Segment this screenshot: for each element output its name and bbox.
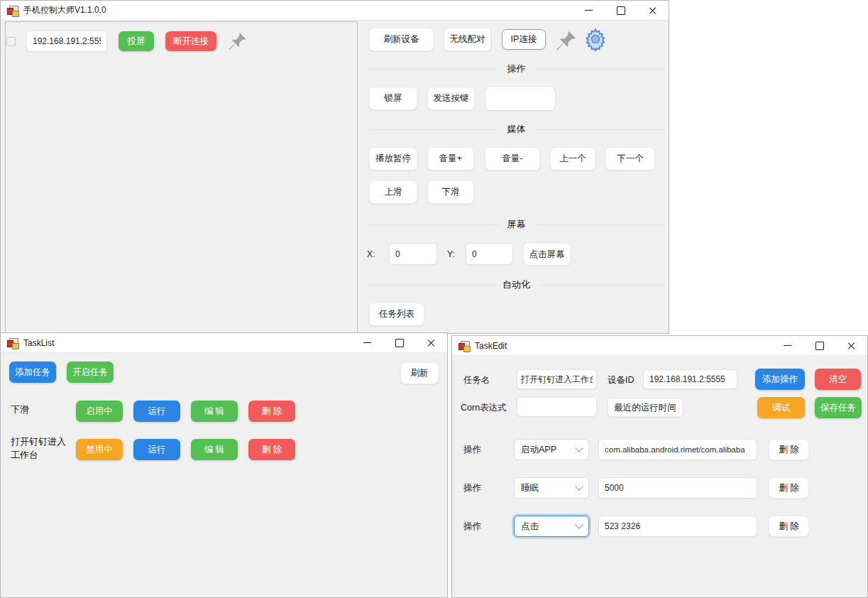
automation-section-divider: 自动化 <box>368 278 664 292</box>
app-icon <box>7 5 18 16</box>
task-name-label: 下滑 <box>11 403 73 416</box>
main-titlebar[interactable]: 手机控制大师V1.1.0.0 <box>1 1 669 21</box>
operation-row-label: 操作 <box>463 482 481 494</box>
maximize-icon <box>815 342 824 350</box>
debug-button[interactable]: 调试 <box>757 397 805 418</box>
minimize-icon <box>585 10 593 11</box>
cast-screen-button[interactable]: 投屏 <box>119 31 154 51</box>
tasklist-window: TaskList 添加任务 开启任务 刷新 下滑 启用中 运行 编 辑 删 除 … <box>0 332 448 598</box>
maximize-button[interactable] <box>803 336 835 355</box>
add-task-button[interactable]: 添加任务 <box>9 361 56 383</box>
device-id-input[interactable] <box>643 369 737 389</box>
chevron-down-icon <box>575 482 583 490</box>
task-list-button[interactable]: 任务列表 <box>369 303 424 326</box>
key-input[interactable] <box>485 86 556 111</box>
screen-section-divider: 屏幕 <box>368 217 664 232</box>
device-ip-input[interactable] <box>26 31 107 52</box>
settings-gear-icon[interactable] <box>583 26 608 52</box>
window-controls <box>573 1 669 20</box>
task-run-button[interactable]: 运行 <box>133 401 180 422</box>
maximize-button[interactable] <box>605 1 637 20</box>
operation-type-select[interactable]: 点击 <box>514 516 589 537</box>
add-operation-button[interactable]: 添加操作 <box>755 369 805 390</box>
operation-type-value: 睡眠 <box>521 482 539 494</box>
chevron-down-icon <box>575 521 583 528</box>
disconnect-button[interactable]: 断开连接 <box>165 31 216 51</box>
chevron-down-icon <box>575 444 583 452</box>
media-volume-up-button[interactable]: 音量+ <box>427 147 474 170</box>
minimize-icon <box>784 345 791 346</box>
device-checkbox[interactable] <box>6 37 16 46</box>
maximize-icon <box>617 6 625 15</box>
minimize-button[interactable] <box>771 336 803 355</box>
automation-section-title: 自动化 <box>502 278 530 291</box>
refresh-devices-button[interactable]: 刷新设备 <box>369 28 434 51</box>
task-name-label: 打开钉钉进入工作台 <box>11 435 73 462</box>
task-state-button[interactable]: 禁用中 <box>76 439 123 460</box>
refresh-button[interactable]: 刷新 <box>400 362 439 384</box>
tasklist-window-title: TaskList <box>23 338 54 348</box>
taskedit-window-title: TaskEdit <box>475 341 507 351</box>
clear-button[interactable]: 清空 <box>815 369 861 390</box>
window-controls <box>771 336 867 355</box>
media-previous-button[interactable]: 上一个 <box>550 147 595 170</box>
wireless-pair-button[interactable]: 无线配对 <box>444 28 491 51</box>
tap-screen-button[interactable]: 点击屏幕 <box>523 243 571 266</box>
minimize-button[interactable] <box>573 1 605 20</box>
operation-arg-input[interactable] <box>598 516 757 537</box>
operation-arg-input[interactable] <box>598 477 757 499</box>
operation-delete-button[interactable]: 删 除 <box>769 439 809 460</box>
last-run-time-button[interactable]: 最近的运行时间 <box>608 398 683 417</box>
swipe-up-button[interactable]: 上滑 <box>369 180 417 204</box>
media-play-pause-button[interactable]: 播放暂停 <box>369 147 417 170</box>
taskedit-titlebar[interactable]: TaskEdit <box>452 336 867 356</box>
operation-delete-button[interactable]: 删 除 <box>769 477 809 499</box>
enable-task-button[interactable]: 开启任务 <box>67 361 114 383</box>
close-icon <box>847 342 856 350</box>
close-button[interactable] <box>637 1 669 20</box>
taskedit-window: TaskEdit 任务名 设备ID 添加操作 清空 Corn表达式 最近的运行时… <box>451 335 868 598</box>
task-delete-button[interactable]: 删 除 <box>248 439 295 460</box>
lock-screen-button[interactable]: 锁屏 <box>369 87 417 110</box>
screen-section-title: 屏幕 <box>507 218 526 231</box>
swipe-down-button[interactable]: 下滑 <box>427 180 474 204</box>
device-panel <box>5 21 358 335</box>
task-name-input[interactable] <box>517 369 597 389</box>
operation-section-title: 操作 <box>507 62 526 75</box>
y-coordinate-input[interactable] <box>466 243 513 265</box>
task-name-field-label: 任务名 <box>463 374 490 386</box>
main-window-title: 手机控制大师V1.1.0.0 <box>23 4 106 16</box>
media-next-button[interactable]: 下一个 <box>605 147 655 170</box>
media-volume-down-button[interactable]: 音量- <box>485 147 540 170</box>
close-button[interactable] <box>415 333 447 352</box>
pin-icon[interactable] <box>553 28 580 53</box>
maximize-icon <box>395 339 404 347</box>
task-edit-button[interactable]: 编 辑 <box>191 401 238 422</box>
operation-type-select[interactable]: 启动APP <box>514 439 589 460</box>
pin-icon[interactable] <box>225 30 251 53</box>
send-key-button[interactable]: 发送按键 <box>427 87 475 110</box>
ip-connect-button[interactable]: IP连接 <box>502 29 546 50</box>
close-icon <box>427 339 436 347</box>
close-button[interactable] <box>835 336 867 355</box>
task-edit-button[interactable]: 编 辑 <box>191 439 238 460</box>
minimize-button[interactable] <box>351 333 383 352</box>
operation-type-select[interactable]: 睡眠 <box>514 477 589 499</box>
operation-row-label: 操作 <box>463 444 481 456</box>
operation-type-value: 点击 <box>521 521 539 533</box>
task-delete-button[interactable]: 删 除 <box>248 401 295 422</box>
operation-delete-button[interactable]: 删 除 <box>769 516 809 537</box>
x-coordinate-input[interactable] <box>389 243 437 265</box>
window-controls <box>351 333 447 352</box>
cron-input[interactable] <box>517 397 597 417</box>
maximize-button[interactable] <box>383 333 415 352</box>
task-state-button[interactable]: 启用中 <box>76 401 123 422</box>
media-section-title: 媒体 <box>507 123 526 136</box>
operation-arg-input[interactable] <box>598 439 757 460</box>
operation-section-divider: 操作 <box>368 62 664 76</box>
task-run-button[interactable]: 运行 <box>133 439 180 460</box>
operation-type-value: 启动APP <box>521 444 556 456</box>
save-task-button[interactable]: 保存任务 <box>815 397 862 418</box>
tasklist-titlebar[interactable]: TaskList <box>1 333 447 353</box>
device-id-field-label: 设备ID <box>608 374 634 386</box>
